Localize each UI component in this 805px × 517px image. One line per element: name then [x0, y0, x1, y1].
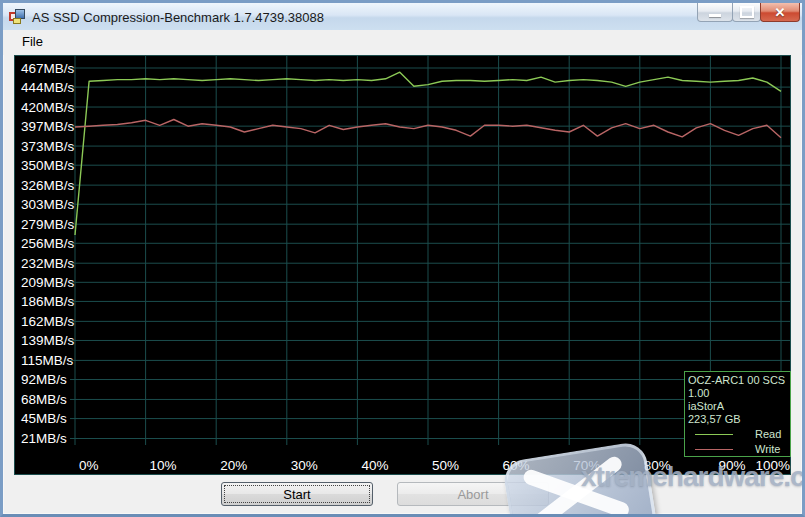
- svg-text:467MB/s: 467MB/s: [21, 61, 75, 76]
- app-icon: [9, 9, 25, 25]
- legend-series-row: Write: [688, 442, 790, 456]
- minimize-icon: [709, 14, 721, 17]
- svg-text:256MB/s: 256MB/s: [21, 236, 75, 251]
- svg-text:303MB/s: 303MB/s: [21, 197, 75, 212]
- menu-item-file[interactable]: File: [16, 30, 49, 52]
- svg-text:30%: 30%: [291, 458, 318, 473]
- legend-write-line-icon: [695, 449, 733, 450]
- window-controls: ✕: [698, 3, 800, 22]
- app-window: AS SSD Compression-Benchmark 1.7.4739.38…: [0, 0, 805, 517]
- svg-text:40%: 40%: [361, 458, 388, 473]
- menu-bar: File: [3, 30, 802, 55]
- svg-text:20%: 20%: [220, 458, 247, 473]
- svg-text:0%: 0%: [79, 458, 99, 473]
- maximize-button[interactable]: [732, 3, 761, 22]
- svg-text:232MB/s: 232MB/s: [21, 256, 75, 271]
- svg-text:10%: 10%: [150, 458, 177, 473]
- svg-text:420MB/s: 420MB/s: [21, 100, 75, 115]
- legend-series-label: Read: [755, 428, 781, 441]
- svg-text:397MB/s: 397MB/s: [21, 119, 75, 134]
- svg-text:162MB/s: 162MB/s: [21, 314, 75, 329]
- watermark-text: xtremehardware.com: [581, 461, 805, 493]
- svg-text:21MB/s: 21MB/s: [21, 431, 67, 446]
- legend-series-label: Write: [755, 443, 780, 456]
- legend-read-line-icon: [695, 434, 733, 435]
- legend-device: OCZ-ARC1 00 SCS: [688, 374, 790, 387]
- svg-text:50%: 50%: [432, 458, 459, 473]
- close-icon: ✕: [775, 6, 786, 19]
- compression-chart: 467MB/s444MB/s420MB/s397MB/s373MB/s350MB…: [14, 55, 791, 475]
- svg-text:115MB/s: 115MB/s: [21, 353, 74, 368]
- svg-text:373MB/s: 373MB/s: [21, 139, 75, 154]
- title-bar[interactable]: AS SSD Compression-Benchmark 1.7.4739.38…: [3, 3, 802, 30]
- minimize-button[interactable]: [697, 3, 733, 22]
- svg-text:139MB/s: 139MB/s: [21, 333, 75, 348]
- legend-firmware: 1.00: [688, 387, 790, 400]
- svg-text:68MB/s: 68MB/s: [21, 392, 67, 407]
- svg-text:444MB/s: 444MB/s: [21, 80, 75, 95]
- svg-text:279MB/s: 279MB/s: [21, 217, 75, 232]
- start-button[interactable]: Start: [221, 482, 373, 506]
- maximize-icon: [740, 6, 754, 18]
- close-button[interactable]: ✕: [760, 3, 800, 22]
- svg-text:92MB/s: 92MB/s: [21, 372, 67, 387]
- legend-driver: iaStorA: [688, 400, 790, 413]
- window-title: AS SSD Compression-Benchmark 1.7.4739.38…: [32, 9, 324, 25]
- svg-text:209MB/s: 209MB/s: [21, 275, 75, 290]
- svg-text:186MB/s: 186MB/s: [21, 294, 75, 309]
- chart-panel: 467MB/s444MB/s420MB/s397MB/s373MB/s350MB…: [14, 55, 791, 475]
- app-icon-yellow-square: [13, 18, 21, 24]
- svg-text:45MB/s: 45MB/s: [21, 411, 67, 426]
- legend-series-list: ReadWrite: [688, 427, 790, 456]
- chart-legend: OCZ-ARC1 00 SCS 1.00 iaStorA 223,57 GB R…: [684, 371, 791, 457]
- svg-text:350MB/s: 350MB/s: [21, 158, 75, 173]
- legend-capacity: 223,57 GB: [688, 413, 790, 426]
- svg-text:326MB/s: 326MB/s: [21, 178, 75, 193]
- legend-series-row: Read: [688, 427, 790, 441]
